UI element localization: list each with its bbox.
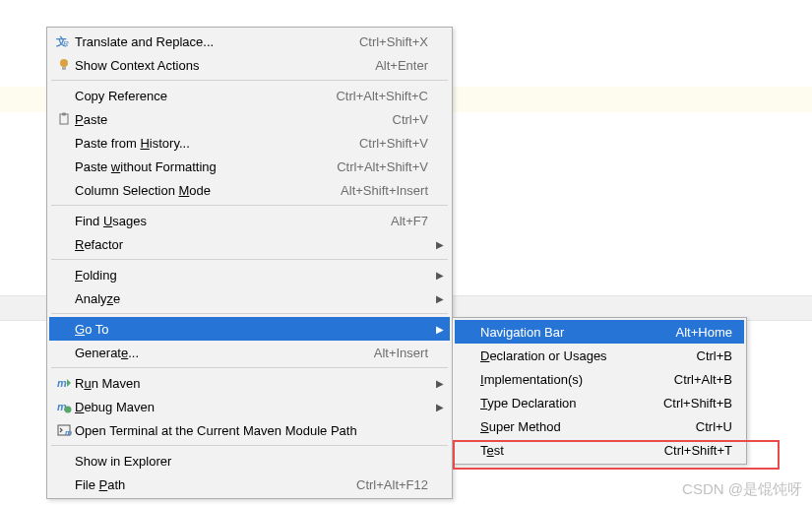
- menu-label: Translate and Replace...: [75, 34, 347, 49]
- submenu-item-test[interactable]: Test Ctrl+Shift+T: [455, 438, 744, 462]
- menu-label: Refactor: [75, 237, 428, 252]
- shortcut: Ctrl+Alt+Shift+V: [337, 159, 428, 174]
- menu-label: Paste from History...: [75, 136, 347, 151]
- submenu-item-navigation-bar[interactable]: Navigation Bar Alt+Home: [455, 320, 744, 344]
- shortcut: Alt+F7: [391, 214, 428, 228]
- menu-item-paste[interactable]: Paste Ctrl+V: [49, 107, 450, 131]
- bulb-icon: [53, 57, 75, 73]
- shortcut: Ctrl+Alt+F12: [356, 477, 428, 492]
- menu-item-folding[interactable]: Folding ▶: [49, 263, 450, 286]
- menu-item-paste-history[interactable]: Paste from History... Ctrl+Shift+V: [49, 131, 450, 155]
- shortcut: Alt+Enter: [375, 58, 428, 73]
- menu-item-paste-without-formatting[interactable]: Paste without Formatting Ctrl+Alt+Shift+…: [49, 155, 450, 178]
- menu-item-column-selection[interactable]: Column Selection Mode Alt+Shift+Insert: [49, 178, 450, 202]
- shortcut: Ctrl+Shift+T: [664, 443, 732, 458]
- menu-label: Paste without Formatting: [75, 159, 325, 174]
- watermark: CSDN @是馄饨呀: [682, 480, 802, 499]
- menu-label: File Path: [75, 477, 344, 492]
- svg-rect-3: [62, 67, 66, 70]
- menu-label: Navigation Bar: [480, 325, 676, 340]
- menu-label: Generate...: [75, 346, 362, 360]
- submenu-arrow-icon: ▶: [436, 402, 444, 412]
- menu-label: Show in Explorer: [75, 454, 428, 469]
- menu-label: Run Maven: [75, 376, 428, 391]
- go-to-submenu: Navigation Bar Alt+Home Declaration or U…: [452, 317, 747, 465]
- svg-rect-5: [62, 113, 66, 116]
- svg-text:m: m: [57, 377, 67, 389]
- menu-label: Implementation(s): [480, 372, 674, 387]
- submenu-arrow-icon: ▶: [436, 293, 444, 304]
- menu-item-show-explorer[interactable]: Show in Explorer: [49, 449, 450, 473]
- submenu-arrow-icon: ▶: [436, 270, 444, 281]
- menu-label: Analyze: [75, 291, 428, 306]
- menu-label: Paste: [75, 112, 381, 127]
- menu-item-context-actions[interactable]: Show Context Actions Alt+Enter: [49, 53, 450, 77]
- svg-point-2: [60, 59, 68, 67]
- menu-item-refactor[interactable]: Refactor ▶: [49, 232, 450, 256]
- shortcut: Ctrl+Shift+X: [359, 34, 428, 49]
- submenu-item-super-method[interactable]: Super Method Ctrl+U: [455, 414, 744, 438]
- menu-item-file-path[interactable]: File Path Ctrl+Alt+F12: [49, 473, 450, 496]
- menu-item-translate[interactable]: 文R Translate and Replace... Ctrl+Shift+X: [49, 30, 450, 53]
- menu-item-copy-reference[interactable]: Copy Reference Ctrl+Alt+Shift+C: [49, 84, 450, 107]
- menu-label: Type Declaration: [480, 396, 663, 410]
- shortcut: Ctrl+Alt+B: [674, 372, 732, 387]
- menu-label: Show Context Actions: [75, 58, 363, 73]
- separator: [51, 205, 448, 206]
- separator: [51, 80, 448, 81]
- shortcut: Ctrl+Shift+V: [359, 136, 428, 151]
- submenu-item-implementations[interactable]: Implementation(s) Ctrl+Alt+B: [455, 367, 744, 391]
- menu-label: Find Usages: [75, 214, 379, 228]
- menu-item-analyze[interactable]: Analyze ▶: [49, 286, 450, 310]
- translate-icon: 文R: [53, 33, 75, 49]
- separator: [51, 259, 448, 260]
- menu-item-run-maven[interactable]: m Run Maven ▶: [49, 371, 450, 395]
- shortcut: Ctrl+Shift+B: [663, 396, 732, 410]
- terminal-icon: m: [53, 422, 75, 438]
- shortcut: Alt+Insert: [374, 346, 428, 360]
- maven-icon: m: [53, 375, 75, 391]
- menu-label: Debug Maven: [75, 400, 428, 414]
- submenu-item-declaration[interactable]: Declaration or Usages Ctrl+B: [455, 344, 744, 367]
- separator: [51, 313, 448, 314]
- menu-item-generate[interactable]: Generate... Alt+Insert: [49, 341, 450, 364]
- shortcut: Ctrl+B: [697, 348, 732, 363]
- shortcut: Alt+Shift+Insert: [341, 183, 428, 198]
- menu-label: Column Selection Mode: [75, 183, 329, 198]
- menu-label: Go To: [75, 322, 428, 337]
- menu-item-open-terminal[interactable]: m Open Terminal at the Current Maven Mod…: [49, 418, 450, 442]
- separator: [51, 367, 448, 368]
- shortcut: Alt+Home: [676, 325, 732, 340]
- submenu-item-type-declaration[interactable]: Type Declaration Ctrl+Shift+B: [455, 391, 744, 414]
- shortcut: Ctrl+U: [696, 419, 732, 434]
- menu-label: Open Terminal at the Current Maven Modul…: [75, 423, 428, 438]
- menu-item-find-usages[interactable]: Find Usages Alt+F7: [49, 209, 450, 232]
- menu-label: Test: [480, 443, 664, 458]
- paste-icon: [53, 111, 75, 127]
- menu-label: Copy Reference: [75, 89, 324, 103]
- submenu-arrow-icon: ▶: [436, 239, 444, 250]
- svg-text:m: m: [65, 428, 72, 437]
- svg-text:R: R: [63, 39, 69, 48]
- submenu-arrow-icon: ▶: [436, 324, 444, 335]
- menu-item-go-to[interactable]: Go To ▶: [49, 317, 450, 341]
- separator: [51, 445, 448, 446]
- submenu-arrow-icon: ▶: [436, 378, 444, 389]
- menu-label: Declaration or Usages: [480, 348, 697, 363]
- context-menu: 文R Translate and Replace... Ctrl+Shift+X…: [46, 27, 453, 499]
- menu-item-debug-maven[interactable]: m Debug Maven ▶: [49, 395, 450, 418]
- shortcut: Ctrl+V: [393, 112, 428, 127]
- shortcut: Ctrl+Alt+Shift+C: [336, 89, 428, 103]
- menu-label: Super Method: [480, 419, 696, 434]
- maven-debug-icon: m: [53, 399, 75, 414]
- menu-label: Folding: [75, 268, 428, 283]
